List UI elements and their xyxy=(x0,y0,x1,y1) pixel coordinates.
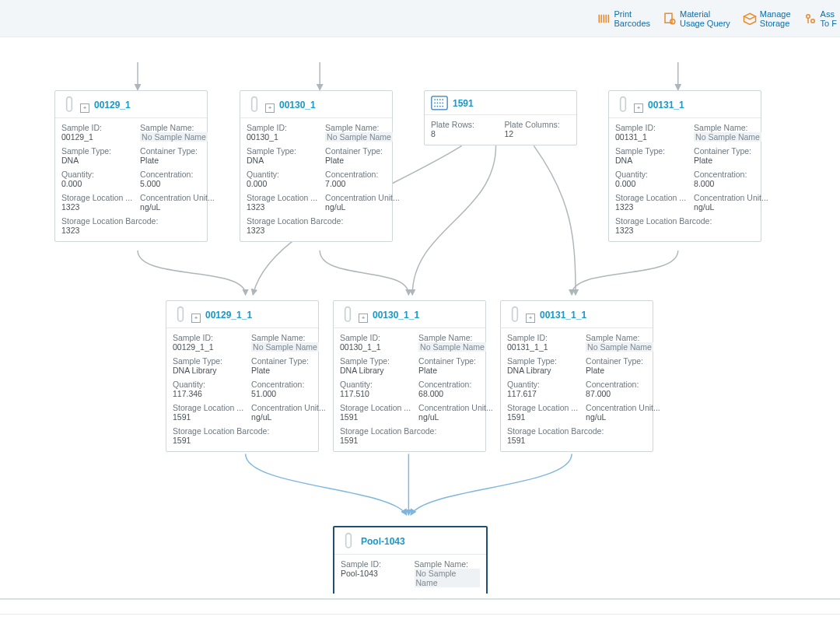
label: Sample ID: xyxy=(615,123,686,132)
value: 0.000 xyxy=(615,179,686,188)
label: Quantity: xyxy=(247,170,317,179)
label: Sample Type: xyxy=(61,146,132,156)
value: 00131_1_1 xyxy=(507,342,578,352)
value: ng/uL xyxy=(251,412,326,422)
manage-storage-button[interactable]: Manage Storage xyxy=(743,9,791,28)
label: Sample ID: xyxy=(341,559,407,569)
label: Storage Location ... xyxy=(507,403,578,412)
value: 00129_1_1 xyxy=(173,342,243,352)
footer-divider xyxy=(0,594,840,620)
sample-title: 00131_1_1 xyxy=(540,310,586,321)
label: Storage Location ... xyxy=(340,403,411,412)
plate-card[interactable]: 1591 Plate Rows:8 Plate Columns:12 xyxy=(424,90,577,145)
sample-card[interactable]: + 00129_1_1 Sample ID:00129_1_1 Sample N… xyxy=(166,300,319,452)
label: Plate Rows: xyxy=(431,120,497,129)
value: Plate xyxy=(325,156,400,165)
svg-rect-28 xyxy=(345,307,351,321)
expand-icon[interactable]: + xyxy=(359,314,368,323)
svg-rect-11 xyxy=(67,97,72,111)
value: No Sample Name xyxy=(586,342,653,352)
svg-point-24 xyxy=(439,106,441,107)
value: 117.346 xyxy=(173,389,243,398)
svg-rect-5 xyxy=(665,13,672,23)
label: Storage Location ... xyxy=(247,193,317,202)
svg-point-18 xyxy=(434,102,436,103)
print-barcodes-button[interactable]: Print Barcodes xyxy=(597,9,650,28)
value: Plate xyxy=(418,366,493,375)
svg-rect-26 xyxy=(621,97,626,111)
svg-point-8 xyxy=(806,14,810,18)
value: 1591 xyxy=(173,436,326,445)
value: No Sample Name xyxy=(694,132,761,142)
label: Container Type: xyxy=(586,356,660,366)
expand-icon[interactable]: + xyxy=(526,314,535,323)
sample-title: 00131_1 xyxy=(648,100,684,110)
label: Concentration Unit... xyxy=(140,193,215,202)
label: Storage Location Barcode: xyxy=(61,216,215,226)
expand-icon[interactable]: + xyxy=(265,103,275,113)
label: Storage Location Barcode: xyxy=(340,426,493,436)
tube-icon xyxy=(507,306,523,324)
label: Sample Name: xyxy=(694,123,768,132)
material-usage-query-button[interactable]: Material Usage Query xyxy=(663,9,730,28)
label: Sample ID: xyxy=(507,333,578,342)
label: Sample Type: xyxy=(247,146,317,156)
value: ng/uL xyxy=(586,412,660,422)
label: Sample Name: xyxy=(586,333,660,342)
assign-button[interactable]: Ass To F xyxy=(803,9,837,28)
value: 1591 xyxy=(173,412,243,422)
sample-card[interactable]: + 00131_1 Sample ID:00131_1 Sample Name:… xyxy=(608,90,761,242)
value: 68.000 xyxy=(418,389,493,398)
sample-card[interactable]: + 00130_1_1 Sample ID:00130_1_1 Sample N… xyxy=(333,300,486,452)
plate-icon xyxy=(431,96,448,111)
label: Concentration: xyxy=(694,170,768,179)
label: Sample Name: xyxy=(251,333,326,342)
label: Sample ID: xyxy=(340,333,411,342)
svg-rect-30 xyxy=(346,534,352,548)
lineage-canvas[interactable]: + 00129_1 Sample ID:00129_1 Sample Name:… xyxy=(0,62,840,594)
value: 1591 xyxy=(340,436,493,445)
tube-icon xyxy=(61,96,77,114)
value: DNA xyxy=(247,156,317,165)
svg-point-15 xyxy=(437,99,439,100)
sample-title: 00129_1 xyxy=(94,100,131,110)
value: 1591 xyxy=(507,412,578,422)
value: 00130_1_1 xyxy=(340,342,411,352)
value: 1323 xyxy=(61,226,215,235)
value: 00131_1 xyxy=(615,132,686,142)
value: 1591 xyxy=(340,412,411,422)
sample-card[interactable]: + 00131_1_1 Sample ID:00131_1_1 Sample N… xyxy=(500,300,653,452)
expand-icon[interactable]: + xyxy=(634,103,643,113)
sample-card[interactable]: + 00129_1 Sample ID:00129_1 Sample Name:… xyxy=(54,90,208,242)
svg-point-22 xyxy=(434,106,436,107)
box-icon xyxy=(743,12,757,26)
value: 1323 xyxy=(247,202,317,212)
toolbar-label: Storage xyxy=(760,19,791,28)
toolbar-label: Print xyxy=(614,9,650,19)
label: Sample Name: xyxy=(325,123,400,132)
label: Container Type: xyxy=(251,356,326,366)
label: Sample ID: xyxy=(247,123,317,132)
label: Storage Location ... xyxy=(173,403,243,412)
label: Sample Type: xyxy=(173,356,243,366)
svg-point-23 xyxy=(437,106,439,107)
value: Plate xyxy=(251,366,326,375)
sample-card[interactable]: + 00130_1 Sample ID:00130_1 Sample Name:… xyxy=(240,90,393,242)
label: Sample Type: xyxy=(615,146,686,156)
value: Plate xyxy=(140,156,215,165)
expand-icon[interactable]: + xyxy=(80,103,89,113)
svg-point-20 xyxy=(439,102,441,103)
label: Sample Name: xyxy=(140,123,215,132)
value: 12 xyxy=(505,129,571,138)
value: Plate xyxy=(694,156,768,165)
label: Storage Location ... xyxy=(61,193,132,202)
search-doc-icon xyxy=(663,12,677,26)
value: 8 xyxy=(431,129,497,138)
svg-point-9 xyxy=(810,19,814,23)
value: 00129_1 xyxy=(61,132,132,142)
value: 5.000 xyxy=(140,179,215,188)
pool-card[interactable]: Pool-1043 Sample ID:Pool-1043 Sample Nam… xyxy=(333,526,488,594)
value: ng/uL xyxy=(140,202,215,212)
expand-icon[interactable]: + xyxy=(191,314,201,323)
tube-icon xyxy=(173,306,188,324)
